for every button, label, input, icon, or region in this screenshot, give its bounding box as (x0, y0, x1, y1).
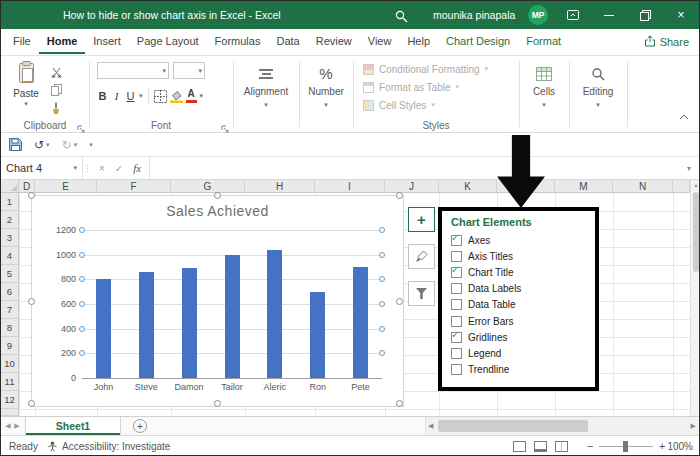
ribbon-styles-item[interactable]: Format as Table▾ (353, 78, 519, 96)
page-break-view-icon[interactable] (555, 441, 568, 452)
gridline-handle[interactable] (79, 227, 85, 233)
chart-title[interactable]: Sales Achieved (32, 203, 403, 219)
row-header[interactable]: 1 (1, 193, 19, 211)
zoom-slider-thumb[interactable] (623, 441, 628, 452)
chart-element-checkbox[interactable] (451, 364, 462, 375)
gridline-handle[interactable] (79, 301, 85, 307)
chart-element-row[interactable]: Axis Titles (451, 248, 591, 264)
horizontal-scroll-thumb[interactable] (438, 420, 588, 432)
name-box[interactable]: Chart 4 ▾ (1, 157, 83, 179)
enter-icon[interactable]: ✓ (115, 163, 123, 174)
row-header[interactable]: 5 (1, 265, 19, 283)
gridline-handle[interactable] (79, 252, 85, 258)
ribbon-tab-home[interactable]: Home (39, 29, 86, 54)
gridline-handle[interactable] (379, 326, 385, 332)
borders-button[interactable] (154, 87, 167, 105)
chart-bar[interactable] (96, 279, 111, 378)
column-header[interactable]: E (35, 180, 97, 193)
insert-function-button[interactable]: fx (133, 162, 141, 174)
chart-bar[interactable] (310, 292, 325, 378)
chart-element-row[interactable]: ✓Chart Title (451, 264, 591, 280)
vertical-scrollbar[interactable]: ▴ (690, 180, 700, 416)
row-header[interactable]: 10 (1, 355, 19, 373)
account-name[interactable]: mounika pinapala (433, 1, 515, 29)
chart-element-checkbox[interactable] (451, 316, 462, 327)
bold-button[interactable]: B (97, 90, 108, 102)
ribbon-tab-formulas[interactable]: Formulas (207, 29, 269, 54)
font-dialog-launcher-icon[interactable] (221, 119, 231, 129)
name-box-grip-icon[interactable]: ⋮ (83, 163, 91, 173)
column-header[interactable]: M (555, 180, 613, 193)
chart-bar[interactable] (353, 267, 368, 378)
column-header[interactable]: F (97, 180, 171, 193)
scroll-left-icon[interactable]: ◀ (428, 417, 433, 435)
column-header[interactable]: H (245, 180, 315, 193)
font-name-select[interactable]: ▾ (97, 62, 169, 79)
gridline-handle[interactable] (79, 276, 85, 282)
column-header[interactable]: G (171, 180, 245, 193)
chart-element-row[interactable]: ✓Gridlines (451, 329, 591, 345)
row-header[interactable]: 11 (1, 373, 19, 391)
row-header[interactable]: 6 (1, 283, 19, 301)
column-header[interactable]: K (439, 180, 497, 193)
ribbon-tab-file[interactable]: File (5, 29, 39, 54)
customize-qat-button[interactable]: ▾ (89, 141, 93, 149)
chart-element-checkbox[interactable] (451, 348, 462, 359)
chart-selection-handle[interactable] (28, 400, 35, 407)
gridline-handle[interactable] (379, 276, 385, 282)
chart-styles-button[interactable] (408, 244, 435, 269)
chart-selection-handle[interactable] (28, 298, 35, 305)
normal-view-icon[interactable] (513, 441, 526, 452)
chart-selection-handle[interactable] (28, 192, 35, 199)
scroll-up-icon[interactable]: ▴ (691, 181, 700, 188)
chart-selection-handle[interactable] (214, 192, 221, 199)
chart-element-checkbox[interactable]: ✓ (451, 267, 462, 278)
chart-element-row[interactable]: Data Table (451, 297, 591, 313)
gridline-handle[interactable] (379, 301, 385, 307)
cancel-icon[interactable]: × (99, 163, 105, 174)
italic-button[interactable]: I (111, 90, 122, 102)
gridline-handle[interactable] (379, 252, 385, 258)
chart-selection-handle[interactable] (396, 192, 403, 199)
alignment-group[interactable]: Alignment ▾ (233, 56, 299, 132)
column-header[interactable]: J (385, 180, 439, 193)
cells-group[interactable]: Cells ▾ (519, 56, 569, 132)
select-all-corner[interactable] (1, 180, 19, 193)
ribbon-tab-chart-design[interactable]: Chart Design (438, 29, 518, 54)
chart-element-checkbox[interactable] (451, 283, 462, 294)
row-header[interactable] (1, 409, 19, 416)
save-button[interactable] (9, 138, 22, 151)
avatar[interactable]: MP (528, 5, 548, 25)
ribbon-tab-review[interactable]: Review (308, 29, 360, 54)
accessibility-status[interactable]: Accessibility: Investigate (47, 436, 170, 456)
font-size-select[interactable]: ▾ (173, 62, 205, 79)
ribbon-tab-data[interactable]: Data (268, 29, 307, 54)
cut-button[interactable] (51, 64, 81, 80)
collapse-ribbon-button[interactable] (679, 106, 689, 124)
font-color-button[interactable]: A (186, 89, 197, 103)
row-header[interactable]: 3 (1, 229, 19, 247)
column-header[interactable]: I (315, 180, 385, 193)
gridline-handle[interactable] (379, 227, 385, 233)
chart-selection-handle[interactable] (214, 400, 221, 407)
ribbon-styles-item[interactable]: Conditional Formatting▾ (353, 60, 519, 78)
ribbon-display-options-button[interactable] (555, 1, 591, 29)
sheet-tab-sheet1[interactable]: Sheet1 (25, 417, 121, 435)
fill-color-button[interactable] (170, 87, 183, 105)
expand-formula-bar-icon[interactable]: ▾ (679, 164, 699, 173)
vertical-scroll-thumb[interactable] (693, 192, 699, 272)
chart-selection-handle[interactable] (396, 298, 403, 305)
chart-elements-button[interactable]: + (408, 207, 435, 232)
zoom-level[interactable]: 100% (667, 436, 693, 456)
new-sheet-button[interactable]: + (133, 419, 147, 433)
share-button[interactable]: Share (644, 29, 689, 54)
page-layout-view-icon[interactable] (534, 441, 547, 452)
editing-group[interactable]: Editing ▾ (569, 56, 627, 132)
sheet-nav-next-icon[interactable]: ▶ (13, 417, 21, 435)
minimize-button[interactable] (591, 1, 627, 29)
restore-button[interactable] (627, 1, 663, 29)
formula-input[interactable] (150, 157, 679, 179)
scroll-right-icon[interactable]: ▶ (691, 417, 696, 435)
chart-element-checkbox[interactable]: ✓ (451, 332, 462, 343)
chart-element-row[interactable]: Data Labels (451, 281, 591, 297)
